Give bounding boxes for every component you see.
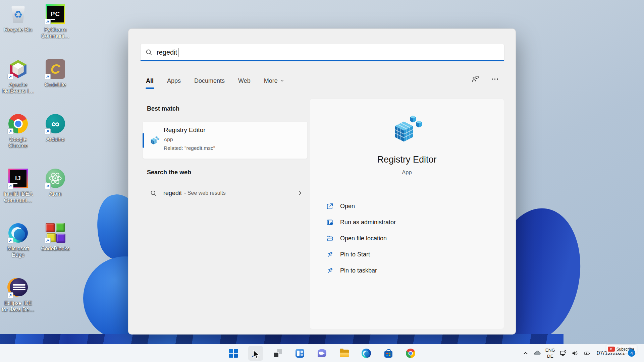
shortcut-arrow-icon (7, 238, 13, 244)
notification-count-badge[interactable]: 4 (628, 349, 635, 357)
task-view-button[interactable] (270, 346, 285, 361)
shortcut-arrow-icon (7, 292, 13, 298)
desktop-icon-label: PyCharm (35, 27, 75, 33)
desktop-icon-label: Arduino (35, 136, 75, 143)
shortcut-arrow-icon (45, 183, 51, 189)
tab-more[interactable]: More (264, 77, 284, 84)
teams-chat-icon (318, 349, 326, 357)
wallpaper-bloom-band (0, 334, 564, 344)
action-pin-to-taskbar[interactable]: Pin to taskbar (310, 262, 504, 279)
shortcut-arrow-icon (45, 19, 51, 25)
shortcut-arrow-icon (7, 183, 13, 189)
chrome-button[interactable] (403, 346, 418, 361)
text-caret (178, 48, 178, 57)
open-icon (326, 202, 334, 210)
arduino-infinity-glyph: ∞ (51, 118, 59, 129)
desktop-icon-label: Atom (35, 191, 75, 197)
search-flyout: regedit All Apps Documents Web More Best… (128, 28, 516, 335)
language-indicator[interactable]: ENG DE (545, 347, 555, 359)
action-run-as-administrator[interactable]: Run as administrator (310, 214, 504, 230)
desktop-icon-codelite[interactable]: C CodeLite (35, 58, 75, 88)
search-filter-tabs: All Apps Documents Web More (146, 75, 298, 86)
desktop-icon-label: Eclipse IDE (0, 300, 38, 307)
desktop-icon-label: IntelliJ IDEA (0, 191, 38, 197)
detail-subtitle: App (310, 169, 504, 176)
youtube-play-icon (608, 347, 615, 352)
result-related: Related: "regedit.msc" (164, 145, 215, 151)
recycle-symbol: ♻ (14, 10, 23, 20)
battery-icon[interactable] (583, 350, 590, 357)
desktop-icon-label: CodeLite (35, 82, 75, 88)
tab-documents[interactable]: Documents (194, 77, 225, 84)
shortcut-arrow-icon (7, 74, 13, 80)
desktop-icon-label: Apache (0, 82, 38, 88)
pin-icon (326, 251, 334, 258)
pin-icon (326, 267, 334, 275)
feedback-account-icon[interactable] (471, 75, 479, 83)
selection-indicator (143, 133, 144, 148)
desktop-icon-microsoft-edge[interactable]: MicrosoftEdge (0, 222, 38, 258)
desktop-icon-label: Recycle Bin (0, 27, 38, 33)
best-match-result[interactable]: Registry Editor App Related: "regedit.ms… (143, 121, 308, 159)
more-options-icon[interactable] (491, 75, 499, 83)
widgets-button[interactable] (292, 346, 307, 361)
taskbar: ENG DE 07/12/2021 (0, 344, 644, 362)
divider (323, 191, 496, 191)
edge-button[interactable] (359, 346, 374, 361)
registry-editor-icon (150, 135, 160, 145)
detail-title: Registry Editor (310, 155, 504, 165)
shortcut-arrow-icon (45, 74, 51, 80)
action-open-file-location[interactable]: Open file location (310, 230, 504, 246)
web-search-result[interactable]: regedit - See web results (143, 186, 308, 200)
desktop-icon-intellij-idea[interactable]: IJ IntelliJ IDEACommuni… (0, 168, 38, 203)
display-hardware-icon[interactable] (559, 350, 567, 357)
chat-button[interactable] (315, 346, 329, 361)
desktop-icon-label: Google (0, 136, 38, 143)
desktop-icon-pycharm[interactable]: PC PyCharmCommuni… (35, 3, 75, 39)
tab-apps[interactable]: Apps (167, 77, 181, 84)
volume-icon[interactable] (571, 350, 579, 357)
file-explorer-button[interactable] (337, 346, 352, 361)
microsoft-store-button[interactable] (381, 346, 396, 361)
start-button[interactable] (226, 346, 241, 361)
desktop-icon-atom[interactable]: Atom (35, 168, 75, 197)
desktop-icon-eclipse[interactable]: Eclipse IDEfor Java De… (0, 277, 38, 313)
edge-icon (362, 349, 371, 358)
search-web-heading: Search the web (147, 169, 191, 176)
shortcut-arrow-icon (7, 128, 13, 134)
pycharm-logo-text: PC (51, 10, 60, 18)
desktop-icon-label: Microsoft (0, 246, 38, 252)
result-title: Registry Editor (164, 126, 206, 134)
web-query-suffix: - See web results (184, 190, 226, 196)
desktop-icon-arduino[interactable]: ∞ Arduino (35, 113, 75, 143)
desktop-icon-google-chrome[interactable]: GoogleChrome (0, 113, 38, 149)
file-explorer-icon (340, 350, 349, 357)
shortcut-arrow-icon (45, 238, 51, 244)
desktop-icon-codeblocks[interactable]: CodeBlocks (35, 222, 75, 252)
chrome-icon (406, 349, 415, 358)
result-type: App (164, 136, 173, 142)
widgets-icon (296, 349, 304, 358)
tab-web[interactable]: Web (238, 77, 251, 84)
desktop-icon-apache-netbeans[interactable]: ApacheNetBeans I… (0, 58, 38, 94)
desktop-icon-recycle-bin[interactable]: ♻ Recycle Bin (0, 3, 38, 33)
chevron-down-icon (280, 78, 284, 83)
search-icon (145, 49, 153, 56)
show-hidden-icons-chevron[interactable] (522, 350, 529, 357)
search-input[interactable]: regedit (140, 44, 504, 61)
windows-start-icon (229, 349, 238, 358)
mouse-cursor (252, 350, 262, 361)
action-open[interactable]: Open (310, 198, 504, 214)
tab-all[interactable]: All (146, 77, 154, 84)
codelite-logo-letter: C (51, 62, 60, 76)
action-pin-to-start[interactable]: Pin to Start (310, 246, 504, 262)
registry-editor-icon-large (391, 113, 423, 145)
best-match-heading: Best match (147, 105, 179, 112)
desktop-icon-label: CodeBlocks (35, 246, 75, 252)
result-detail-pane: Registry Editor App Open Run as administ… (310, 99, 504, 329)
search-query-text: regedit (157, 49, 177, 56)
onedrive-cloud-icon[interactable] (534, 350, 541, 357)
web-query-text: regedit (163, 190, 182, 197)
task-view-icon (273, 349, 282, 358)
intellij-logo-text: IJ (15, 175, 21, 182)
